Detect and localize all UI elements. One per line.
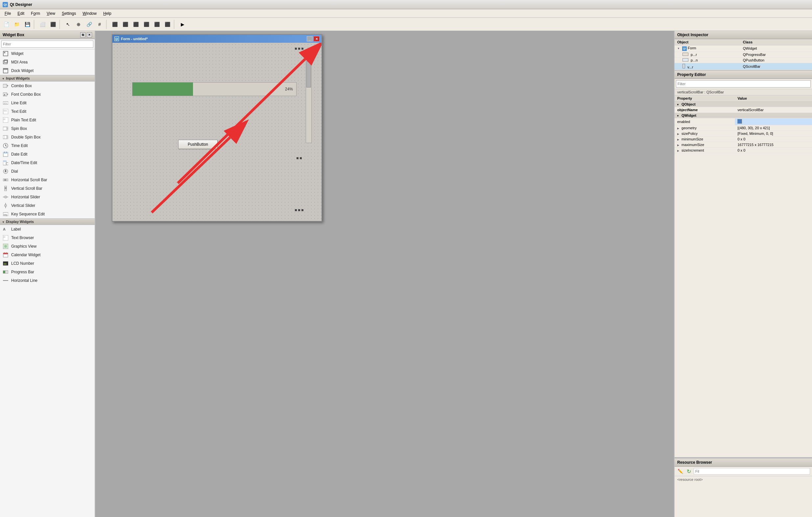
pe-row-sizepolicy[interactable]: sizePolicy [Fixed, Minimum, 0, 0] — [674, 131, 812, 136]
pe-group-qobject[interactable]: QObject — [674, 101, 812, 107]
widget-item-progressbar[interactable]: Progress Bar — [0, 268, 95, 276]
widget-item-mdi[interactable]: MDI Area — [0, 58, 95, 66]
textbrowser-icon: AI — [3, 235, 8, 241]
toolbar-adjust-btn[interactable]: ⬛ — [163, 20, 172, 29]
form-scrollbar[interactable] — [306, 51, 312, 143]
widget-item-hscrollbar-label: Horizontal Scroll Bar — [11, 178, 47, 182]
widget-item-hslider[interactable]: Horizontal Slider — [0, 193, 95, 201]
pe-row-sizeincrement[interactable]: sizeIncrement 0 x 0 — [674, 147, 812, 153]
app-title: Qt Designer — [10, 2, 32, 7]
widget-item-lcd[interactable]: 88 LCD Number — [0, 259, 95, 268]
menu-file[interactable]: File — [1, 10, 14, 17]
widget-item-widget[interactable]: Widget — [0, 49, 95, 58]
widget-item-dateedit[interactable]: Date Edit — [0, 150, 95, 159]
property-editor-title: Property Editor — [677, 73, 706, 77]
form-minimize-btn[interactable]: _ — [307, 36, 313, 41]
enabled-checkbox[interactable] — [737, 119, 742, 124]
property-editor-filter-input[interactable] — [676, 80, 811, 87]
widget-box-restore-btn[interactable]: ⧉ — [80, 32, 85, 37]
toolbar-connect-btn[interactable]: 🔗 — [84, 20, 94, 29]
oi-row-pushbutton[interactable]: p...n QPushButton — [674, 57, 812, 63]
property-editor-scroll[interactable]: Property Value QObject — [674, 95, 812, 457]
oi-row-form[interactable]: Qt Form QWidget — [674, 46, 812, 52]
menu-form[interactable]: Form — [28, 10, 44, 17]
toolbar-breaklayout-btn[interactable]: ⬛ — [152, 20, 162, 29]
widget-item-calendar[interactable]: Calendar Widget — [0, 251, 95, 259]
resource-filter-input[interactable] — [694, 468, 810, 475]
pe-col-value: Value — [735, 95, 812, 102]
widget-item-timeedit[interactable]: Time Edit — [0, 141, 95, 150]
menu-settings[interactable]: Settings — [59, 10, 79, 17]
sizeincrement-expand[interactable] — [677, 148, 679, 152]
resource-edit-btn[interactable]: ✏️ — [676, 468, 684, 475]
toolbar-copy-btn[interactable]: ⬜ — [37, 20, 47, 29]
pe-col-property: Property — [674, 95, 735, 102]
pe-group-qwidget[interactable]: QWidget — [674, 113, 812, 118]
form-close-btn[interactable]: ✕ — [314, 36, 320, 41]
widget-item-textbrowser[interactable]: AI Text Browser — [0, 233, 95, 242]
pe-row-geometry[interactable]: geometry [(480, 30), 20 x 421] — [674, 125, 812, 131]
widget-item-vslider[interactable]: Vertical Slider — [0, 201, 95, 210]
widget-item-hscrollbar[interactable]: Horizontal Scroll Bar — [0, 176, 95, 184]
maximumsize-expand[interactable] — [677, 143, 679, 147]
sizepolicy-expand[interactable] — [677, 132, 679, 136]
toolbar-preview-btn[interactable]: ▶ — [177, 20, 187, 29]
form-pushbutton[interactable]: PushButton — [178, 140, 218, 149]
svg-text:key: key — [4, 213, 7, 216]
object-inspector-title: Object Inspector — [677, 33, 708, 37]
resource-refresh-btn[interactable]: ↻ — [685, 468, 692, 475]
pe-prop-maximumsize-label: maximumSize — [674, 142, 735, 147]
toolbar-gridlayout-btn[interactable]: ⬛ — [141, 20, 151, 29]
widget-item-keyseq[interactable]: key Key Sequence Edit — [0, 210, 95, 219]
toolbar-new-btn[interactable]: 📄 — [1, 20, 11, 29]
widget-item-fontcombo[interactable]: A Font Combo Box — [0, 90, 95, 99]
oi-row-pushbutton-class: QPushButton — [740, 57, 812, 63]
category-input-label: Input Widgets — [6, 76, 30, 80]
toolbar-pointer-btn[interactable]: ↖ — [63, 20, 73, 29]
widget-item-dock[interactable]: Dock Widget — [0, 66, 95, 75]
widget-item-vslider-label: Vertical Slider — [11, 203, 35, 208]
widget-item-lineedit[interactable]: abc Line Edit — [0, 99, 95, 107]
toolbar-save-btn[interactable]: 💾 — [22, 20, 32, 29]
widget-item-datetimeedit[interactable]: Date/Time Edit — [0, 159, 95, 167]
widget-item-combo[interactable]: Combo Box — [0, 82, 95, 90]
toolbar-formlayout-btn[interactable]: ⬛ — [131, 20, 141, 29]
menu-window[interactable]: Window — [79, 10, 100, 17]
plaintextedit-icon: AI — [3, 117, 8, 123]
widget-box-filter-input[interactable] — [1, 40, 93, 48]
widget-item-hline[interactable]: Horizontal Line — [0, 276, 95, 285]
widget-box-close-btn[interactable]: ✕ — [87, 32, 92, 37]
minimumsize-expand[interactable] — [677, 137, 679, 141]
widget-item-graphicsview[interactable]: Graphics View — [0, 242, 95, 251]
form-progress-bar[interactable]: 24% — [132, 82, 296, 96]
widget-item-textedit[interactable]: abcI Text Edit — [0, 107, 95, 116]
widget-item-doublespinbox[interactable]: Double Spin Box — [0, 133, 95, 141]
widget-item-spinbox[interactable]: Spin Box — [0, 124, 95, 133]
widget-item-dial[interactable]: Dial — [0, 167, 95, 176]
widget-item-dock-label: Dock Widget — [11, 68, 33, 73]
geometry-expand[interactable] — [677, 126, 679, 130]
widget-item-plaintextedit[interactable]: AI Plain Text Edit — [0, 116, 95, 124]
pe-prop-objectname-label: objectName — [674, 107, 735, 113]
pe-row-minimumsize[interactable]: minimumSize 0 x 0 — [674, 136, 812, 142]
menu-view[interactable]: View — [44, 10, 59, 17]
toolbar-vlayout-btn[interactable]: ⬛ — [120, 20, 130, 29]
widget-item-vscrollbar[interactable]: Vertical Scroll Bar — [0, 184, 95, 193]
toolbar-widget-btn[interactable]: ⊕ — [74, 20, 84, 29]
oi-row-progressbar-class: QProgressBar — [740, 52, 812, 57]
widget-item-label[interactable]: A Label — [0, 225, 95, 233]
oi-row-scrollbar[interactable]: v...r QScrollBar — [674, 63, 812, 70]
oi-row-progressbar[interactable]: p...r QProgressBar — [674, 52, 812, 57]
toolbar-tab-btn[interactable]: # — [95, 20, 105, 29]
toolbar-open-btn[interactable]: 📁 — [12, 20, 22, 29]
pe-row-maximumsize[interactable]: maximumSize 16777215 x 16777215 — [674, 142, 812, 147]
toolbar-hlayout-btn[interactable]: ⬛ — [110, 20, 120, 29]
resource-browser-header: Resource Browser — [674, 458, 812, 467]
menu-edit[interactable]: Edit — [14, 10, 28, 17]
svg-rect-39 — [4, 179, 6, 181]
pe-row-objectname[interactable]: objectName verticalScrollBar — [674, 107, 812, 113]
oi-form-expand — [677, 46, 680, 50]
menu-help[interactable]: Help — [100, 10, 115, 17]
toolbar-paste-btn[interactable]: ⬛ — [48, 20, 58, 29]
pe-row-enabled[interactable]: enabled — [674, 118, 812, 125]
